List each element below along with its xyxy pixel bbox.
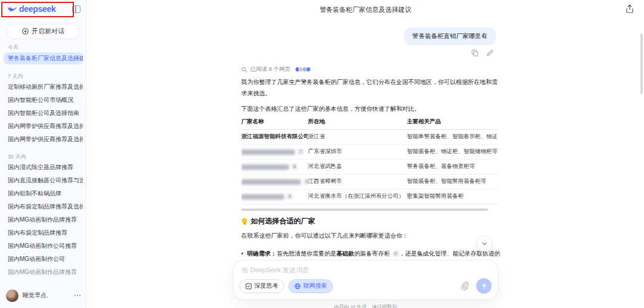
company-products: 警务装备柜、装备物资柜等 [407, 159, 499, 174]
read-status-line[interactable]: 已阅读 8 个网页 [242, 66, 311, 73]
citation-badge[interactable]: 3 [304, 178, 308, 185]
deepthink-button[interactable]: 深度思考 [240, 279, 284, 293]
chat-column: 警务装备柜直销厂家哪里有 已阅读 8 个网页 我为你整理了几家生产警务装备柜的厂… [233, 18, 499, 308]
new-chat-button[interactable]: 开启新对话 [7, 24, 80, 39]
plus-circle-icon [22, 28, 29, 35]
company-products: 智能装备柜、物证柜、智能储物柜等 [407, 144, 499, 159]
table-row: 浙江福源智能科技有限公司1 浙江省 智能单警装备柜、智能卷宗柜、物证 [242, 129, 499, 144]
citation-badge[interactable]: 5 [287, 193, 293, 200]
more-icon[interactable] [75, 295, 80, 296]
profile-row[interactable]: 睡觉早点. [6, 288, 80, 303]
deepthink-label: 深度思考 [255, 282, 278, 290]
message-input[interactable] [242, 266, 490, 273]
lightbulb-icon [242, 218, 248, 225]
blurred-company-name [242, 150, 295, 155]
main-header: 警务装备柜厂家信息及选择建议 [87, 0, 644, 18]
sidebar-item-label: 国内布袋定制品牌推荐及选择指南 [8, 203, 83, 210]
copy-icon[interactable] [472, 49, 479, 57]
section-label-today: 今天 [8, 43, 18, 51]
sidebar-item-label: 国内直流接触器公司推荐与选择... [8, 177, 83, 183]
composer-toolbar: 深度思考 联网搜索 [240, 278, 492, 294]
manufacturer-table: 厂家名称 所在地 主要相关产品 浙江福源智能科技有限公司1 浙江省 智能单警装备… [242, 115, 499, 204]
source-favicons [295, 67, 311, 72]
scrollbar[interactable] [640, 33, 643, 94]
conversation-title: 警务装备柜厂家信息及选择建议 [87, 5, 644, 14]
sidebar-item-label: 国内MG动画制作公司推荐 [8, 242, 77, 249]
sidebar-item-label: 警务装备柜厂家信息及选择建议 [8, 55, 83, 61]
section-label-7days: 7 天内 [8, 73, 23, 80]
sidebar-item[interactable]: 国内智能柜公司及选择指南 [4, 107, 83, 119]
table-row: 5 河北省衡水市（在浙江温州有分公司） 密集架智能警用装备柜 [242, 189, 499, 204]
table-row: 3 江西省樟树市 智能装备柜、智能警用装备柜等 [242, 174, 499, 189]
message-actions [472, 49, 494, 57]
col-header-name: 厂家名称 [242, 115, 308, 129]
company-location: 浙江省 [308, 129, 407, 144]
citation-badge[interactable]: 7 [298, 148, 304, 155]
paperclip-icon[interactable] [460, 281, 470, 291]
sidebar-item-label: 国内MG动画制作品牌推荐 [8, 216, 77, 223]
company-location: 河北省衡水市（在浙江温州有分公司） [308, 189, 407, 204]
blurred-company-name [242, 164, 289, 170]
deepseek-app: deepseek 开启新对话 今天 警务装备柜厂家信息及选择建议 7 天内 定制… [0, 0, 644, 308]
sidebar: deepseek 开启新对话 今天 警务装备柜厂家信息及选择建议 7 天内 定制… [0, 0, 86, 308]
red-annotation-box [1, 2, 74, 17]
globe-icon [295, 283, 301, 290]
section-label-30days: 30 天内 [8, 153, 26, 161]
chevron-down-icon [482, 241, 488, 247]
sidebar-item[interactable]: 国内网带炉供应商推荐及选择指南 [4, 120, 83, 132]
company-products: 密集架智能警用装备柜 [407, 189, 499, 204]
assistant-paragraph: 我为你整理了几家生产警务装备柜的厂家信息，它们分布在全国不同地区，你可以根据所在… [242, 76, 499, 99]
blurred-company-name [242, 179, 301, 185]
table-header-row: 厂家名称 所在地 主要相关产品 [242, 115, 499, 129]
ai-disclaimer: 内容由 AI 生成，请仔细甄别 [233, 304, 499, 308]
company-products: 智能单警装备柜、智能卷宗柜、物证 [407, 129, 499, 144]
sidebar-item[interactable]: 国内布袋定制品牌推荐 [4, 227, 83, 239]
web-search-button[interactable]: 联网搜索 [289, 279, 333, 293]
company-location: 广东省深圳市 [308, 144, 407, 159]
bullet-item: 明确需求：首先想清楚你需要的是基础款的装备寄存柜6，还是集成化管理、能记录存取轨… [242, 250, 500, 258]
sidebar-item[interactable]: 国内MG动画制作品牌推荐 [4, 214, 83, 226]
sidebar-item-label: 国内湿式除尘器品牌推荐 [8, 164, 73, 170]
web-search-label: 联网搜索 [304, 282, 327, 290]
sidebar-item-label: 国内MG动画制作公司 [8, 256, 65, 262]
sidebar-item[interactable]: 国内湿式除尘器品牌推荐 [4, 161, 83, 173]
share-icon[interactable] [625, 4, 634, 14]
avatar [6, 290, 18, 302]
section-heading-text: 如何选择合适的厂家 [251, 216, 315, 226]
sidebar-item[interactable]: 定制移动厕所厂家推荐及选择建议 [4, 81, 83, 93]
sidebar-item[interactable]: 国内MG动画制作品牌推荐 [4, 266, 83, 278]
deepthink-icon [246, 283, 252, 290]
edit-icon[interactable] [487, 49, 494, 57]
sidebar-item-label: 国内布袋定制品牌推荐 [8, 229, 67, 236]
table-row: 7 广东省深圳市 智能装备柜、物证柜、智能储物柜等 [242, 144, 499, 159]
sidebar-item[interactable]: 国内智能柜公司市场概况 [4, 94, 83, 106]
table-horizontal-scrollbar[interactable] [242, 209, 488, 211]
scroll-to-bottom-button[interactable] [477, 236, 493, 251]
citation-badge[interactable]: 6 [392, 250, 399, 257]
read-status-text: 已阅读 8 个网页 [250, 66, 291, 73]
section-intro: 在联系这些厂家前，你可以通过以下几点来判断哪家更适合你： [242, 232, 408, 240]
table-row: 6 河北省武邑县 警务装备柜、装备物资柜等 [242, 159, 499, 174]
composer: 深度思考 联网搜索 [233, 260, 499, 300]
citation-badge[interactable]: 6 [292, 163, 298, 170]
section-heading: 如何选择合适的厂家 [242, 216, 315, 226]
sidebar-item[interactable]: 国内MG动画制作公司 [4, 253, 83, 265]
sidebar-item[interactable]: 国内布袋定制品牌推荐及选择指南 [4, 201, 83, 213]
blurred-company-name [242, 194, 284, 200]
sidebar-item[interactable]: 国内MG动画制作公司推荐 [4, 240, 83, 252]
sidebar-item[interactable]: 国内网带炉供应商推荐及选择指南 [4, 133, 83, 145]
sidebar-item-label: 国内网带炉供应商推荐及选择指南 [8, 123, 83, 129]
col-header-products: 主要相关产品 [407, 115, 499, 129]
sidebar-item[interactable]: 国内铝制不粘锅品牌 [4, 188, 83, 200]
arrow-up-icon [481, 283, 487, 290]
sidebar-item-label: 国内智能柜公司市场概况 [8, 97, 73, 103]
sidebar-item[interactable]: 国内直流接触器公司推荐与选择... [4, 175, 83, 186]
bullet-bold: 明确需求： [247, 250, 277, 257]
main-area: 警务装备柜厂家信息及选择建议 警务装备柜直销厂家哪里有 已阅读 8 个网页 我为… [87, 0, 644, 308]
more-icon[interactable] [73, 58, 79, 59]
send-button[interactable] [476, 278, 492, 294]
new-chat-label: 开启新对话 [32, 27, 64, 36]
company-location: 江西省樟树市 [308, 174, 407, 189]
sidebar-item-active[interactable]: 警务装备柜厂家信息及选择建议 [4, 52, 83, 64]
sidebar-item-label: 国内网带炉供应商推荐及选择指南 [8, 136, 83, 142]
